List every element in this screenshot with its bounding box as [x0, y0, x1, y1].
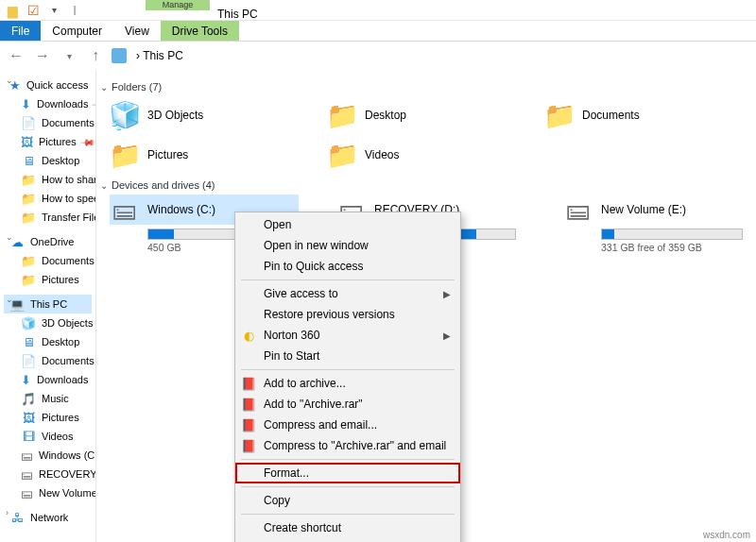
ctx-label: Compress to "Archive.rar" and email [264, 439, 446, 452]
sidebar-recent-1[interactable]: 📁How to share your f [4, 170, 92, 189]
sidebar-3d-objects[interactable]: 🧊3D Objects [4, 313, 92, 332]
sidebar-item-label: Documents [42, 255, 94, 266]
chevron-down-icon[interactable]: ⌄ [6, 232, 13, 242]
folder-pictures[interactable]: 📁Pictures [110, 136, 289, 174]
folder-icon: 📁 [21, 272, 36, 287]
sidebar-quick-access[interactable]: ★Quick access [4, 76, 92, 94]
pictures-icon: 🖼 [21, 134, 33, 149]
explorer-icon: ▆ [4, 2, 21, 19]
sidebar-recent-2[interactable]: 📁How to speed up a [4, 189, 92, 208]
section-label: Devices and drives (4) [112, 179, 215, 191]
pictures-icon: 🖼 [21, 410, 36, 425]
folder-label: Videos [365, 148, 399, 161]
ctx-compress-rar-email[interactable]: 📕Compress to "Archive.rar" and email [235, 435, 460, 456]
sidebar-pictures[interactable]: 🖼Pictures📌 [4, 132, 92, 151]
ctx-open[interactable]: Open [235, 214, 460, 235]
sidebar-item-label: Downloads [37, 374, 88, 385]
drive-label: New Volume (E:) [601, 203, 686, 216]
ctx-compress-email[interactable]: 📕Compress and email... [235, 415, 460, 435]
ctx-pin-start[interactable]: Pin to Start [235, 346, 460, 366]
nav-forward-icon[interactable]: → [32, 45, 53, 66]
archive-icon: 📕 [241, 398, 256, 412]
ctx-norton[interactable]: ◐Norton 360▶ [235, 325, 460, 346]
tab-file[interactable]: File [0, 21, 41, 41]
tab-view[interactable]: View [113, 21, 161, 41]
chevron-down-icon[interactable]: ⌄ [6, 295, 13, 304]
sidebar-drive-d[interactable]: 🖴RECOVERY (D:) [4, 465, 92, 483]
desktop-icon: 🖥 [21, 153, 36, 168]
ctx-separator [241, 459, 455, 460]
ctx-copy[interactable]: Copy [235, 490, 460, 511]
sidebar-pc-music[interactable]: 🎵Music [4, 389, 92, 408]
chevron-right-icon: ▶ [443, 289, 451, 299]
sidebar-od-documents[interactable]: 📁Documents [4, 251, 92, 270]
sidebar-documents[interactable]: 📄Documents📌 [4, 113, 92, 132]
ctx-pin-quick-access[interactable]: Pin to Quick access [235, 256, 460, 277]
download-icon: ⬇ [21, 96, 31, 111]
tab-drive-tools[interactable]: Drive Tools [161, 21, 239, 41]
section-drives[interactable]: Devices and drives (4) [100, 179, 752, 191]
folder-videos[interactable]: 📁Videos [327, 136, 507, 174]
ctx-add-rar[interactable]: 📕Add to "Archive.rar" [235, 394, 460, 415]
sidebar-item-label: 3D Objects [42, 317, 93, 329]
sidebar-pc-pictures[interactable]: 🖼Pictures [4, 408, 92, 427]
archive-icon: 📕 [241, 377, 256, 391]
cube-icon: 🧊 [110, 100, 140, 130]
sidebar-item-label: Pictures [42, 412, 79, 423]
sidebar-onedrive[interactable]: ☁OneDrive [4, 232, 92, 251]
ctx-label: Copy [264, 494, 290, 507]
ribbon-context-header: Manage [146, 0, 210, 10]
sidebar-pc-desktop[interactable]: 🖥Desktop [4, 332, 92, 351]
nav-up-icon[interactable]: ↑ [85, 45, 106, 66]
folder-desktop[interactable]: 📁Desktop [327, 96, 507, 134]
ctx-separator [241, 369, 455, 370]
ctx-create-shortcut[interactable]: Create shortcut [235, 517, 460, 538]
sidebar-item-label: Desktop [42, 155, 79, 166]
sidebar-desktop[interactable]: 🖥Desktop [4, 151, 92, 170]
ctx-restore-versions[interactable]: Restore previous versions [235, 304, 460, 325]
sidebar-drive-e[interactable]: 🖴New Volume (E:) [4, 483, 92, 502]
nav-back-icon[interactable]: ← [6, 45, 26, 66]
desktop-icon: 🖥 [21, 334, 36, 349]
qat-dropdown-icon[interactable]: ▾ [45, 2, 62, 19]
nav-recent-icon[interactable]: ▾ [59, 45, 79, 66]
folder-documents[interactable]: 📁Documents [544, 96, 724, 134]
sidebar-item-label: Network [30, 512, 68, 523]
ctx-open-new-window[interactable]: Open in new window [235, 235, 460, 256]
folder-icon: 📁 [544, 100, 575, 130]
ctx-rename[interactable]: Rename [235, 538, 460, 542]
sidebar-downloads[interactable]: ⬇Downloads📌 [4, 94, 92, 113]
chevron-right-icon[interactable]: › [6, 508, 9, 517]
sidebar-pc-downloads[interactable]: ⬇Downloads [4, 370, 92, 389]
ctx-add-archive[interactable]: 📕Add to archive... [235, 373, 460, 394]
sidebar-item-label: Quick access [26, 79, 88, 91]
properties-qat-icon[interactable]: ☑ [25, 2, 42, 19]
sidebar-network[interactable]: 🖧Network [4, 508, 92, 527]
sidebar-pc-videos[interactable]: 🎞Videos [4, 427, 92, 446]
folder-label: 3D Objects [147, 109, 203, 122]
sidebar-drive-c[interactable]: 🖴Windows (C:) [4, 446, 92, 465]
section-label: Folders (7) [112, 81, 162, 93]
sidebar-this-pc[interactable]: 💻This PC [4, 295, 92, 313]
ctx-give-access-to[interactable]: Give access to▶ [235, 283, 460, 304]
drive-icon: 🖴 [563, 195, 593, 225]
sidebar-item-label: OneDrive [30, 236, 74, 247]
ctx-label: Add to "Archive.rar" [264, 398, 363, 411]
sidebar-recent-3[interactable]: 📁Transfer Files from A [4, 208, 92, 227]
tab-computer[interactable]: Computer [41, 21, 113, 41]
folder-3d-objects[interactable]: 🧊3D Objects [110, 96, 289, 134]
ctx-format[interactable]: Format... [235, 463, 460, 483]
chevron-down-icon[interactable]: ⌄ [6, 76, 13, 85]
sidebar-item-label: Windows (C:) [39, 449, 96, 461]
drive-label: Windows (C:) [147, 203, 215, 216]
section-folders[interactable]: Folders (7) [100, 81, 752, 93]
archive-icon: 📕 [241, 418, 256, 432]
ctx-label: Format... [264, 466, 309, 480]
sidebar-pc-documents[interactable]: 📄Documents [4, 351, 92, 370]
breadcrumb[interactable]: › This PC [136, 49, 183, 62]
sidebar-od-pictures[interactable]: 📁Pictures [4, 270, 92, 289]
drive-icon: 🖴 [21, 485, 33, 500]
ctx-label: Compress and email... [264, 418, 377, 432]
drive-e[interactable]: 🖴New Volume (E:) 331 GB free of 359 GB [563, 195, 752, 253]
ctx-label: Norton 360 [264, 329, 319, 342]
